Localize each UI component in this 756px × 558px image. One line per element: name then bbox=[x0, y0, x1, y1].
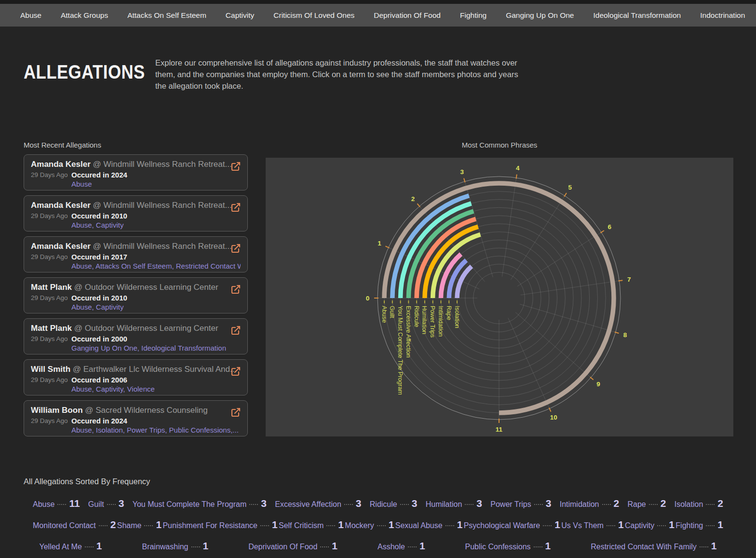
allegation-terms-link[interactable]: Abuse, Isolation, Power Trips, Public Co… bbox=[71, 426, 241, 434]
frequency-term[interactable]: Guilt bbox=[88, 500, 104, 509]
frequency-term[interactable]: Public Confessions bbox=[465, 543, 531, 551]
allegation-terms-link[interactable]: Abuse bbox=[71, 180, 241, 188]
allegation-terms-link[interactable]: Ganging Up On One, Ideological Transform… bbox=[71, 344, 241, 352]
nav-item-indoctrination[interactable]: Indoctrination bbox=[700, 11, 745, 20]
allegation-card: William Boon @ Sacred Wilderness Counsel… bbox=[24, 400, 248, 436]
nav-item-attacks-on-self-esteem[interactable]: Attacks On Self Esteem bbox=[127, 11, 206, 20]
angular-tick-label-8: 8 bbox=[623, 331, 627, 339]
frequency-term[interactable]: Asshole bbox=[378, 543, 405, 551]
external-link-icon[interactable] bbox=[230, 366, 242, 377]
frequency-item-psychological-warfare[interactable]: Psychological Warfare1 bbox=[464, 519, 560, 531]
frequency-term[interactable]: Mockery bbox=[345, 521, 374, 530]
frequency-item-mockery[interactable]: Mockery1 bbox=[345, 519, 394, 531]
frequency-item-self-criticism[interactable]: Self Criticism1 bbox=[279, 519, 344, 531]
category-label-power-trips[interactable]: Power Trips bbox=[429, 306, 436, 338]
category-label-excessive-affection[interactable]: Excessive Affection bbox=[405, 306, 412, 358]
frequency-term[interactable]: Excessive Affection bbox=[275, 500, 341, 509]
frequency-term[interactable]: Restricted Contact With Family bbox=[591, 543, 697, 551]
frequency-item-isolation[interactable]: Isolation2 bbox=[675, 498, 723, 509]
frequency-term[interactable]: Monitored Contact bbox=[33, 521, 96, 530]
category-label-rape[interactable]: Rape bbox=[446, 306, 452, 320]
frequency-term[interactable]: Rape bbox=[627, 500, 646, 509]
frequency-term[interactable]: Deprivation Of Food bbox=[248, 543, 317, 551]
frequency-item-deprivation-of-food[interactable]: Deprivation Of Food1 bbox=[248, 540, 338, 552]
nav-item-criticism-of-loved-ones[interactable]: Criticism Of Loved Ones bbox=[273, 11, 354, 20]
dotted-leader bbox=[107, 504, 116, 505]
frequency-item-ridicule[interactable]: Ridicule3 bbox=[370, 498, 418, 509]
frequency-item-yelled-at-me[interactable]: Yelled At Me1 bbox=[39, 540, 102, 552]
grid-spoke bbox=[511, 196, 565, 280]
frequency-item-asshole[interactable]: Asshole1 bbox=[378, 540, 425, 552]
frequency-item-guilt[interactable]: Guilt3 bbox=[88, 498, 124, 509]
frequency-term[interactable]: Self Criticism bbox=[279, 521, 324, 530]
frequency-item-you-must-complete-the-program[interactable]: You Must Complete The Program3 bbox=[133, 498, 267, 509]
category-label-you-must-complete-the-program[interactable]: You Must Complete The Program bbox=[397, 306, 404, 395]
frequency-item-us-vs-them[interactable]: Us Vs Them1 bbox=[561, 519, 623, 531]
allegation-terms-link[interactable]: Abuse, Attacks On Self Esteem, Restricte… bbox=[71, 262, 241, 270]
nav-item-fighting[interactable]: Fighting bbox=[460, 11, 486, 20]
frequency-term[interactable]: You Must Complete The Program bbox=[133, 500, 247, 509]
frequency-term[interactable]: Psychological Warfare bbox=[464, 521, 540, 530]
grid-spoke bbox=[515, 312, 591, 378]
nav-item-attack-groups[interactable]: Attack Groups bbox=[61, 11, 108, 20]
frequency-item-rape[interactable]: Rape2 bbox=[627, 498, 666, 509]
frequency-term[interactable]: Intimidation bbox=[560, 500, 599, 509]
frequency-term[interactable]: Sexual Abuse bbox=[395, 521, 443, 530]
category-label-humilation[interactable]: Humilation bbox=[421, 306, 428, 334]
frequency-item-public-confessions[interactable]: Public Confessions1 bbox=[465, 540, 551, 552]
frequency-item-shame[interactable]: Shame1 bbox=[117, 519, 162, 531]
top-nav: AbuseAttack GroupsAttacks On Self Esteem… bbox=[0, 4, 756, 27]
frequency-term[interactable]: Captivity bbox=[625, 521, 654, 530]
occurred-year-label: Occured in 2006 bbox=[71, 376, 241, 384]
frequency-item-sexual-abuse[interactable]: Sexual Abuse1 bbox=[395, 519, 463, 531]
category-label-abuse[interactable]: Abuse bbox=[381, 306, 388, 323]
allegation-card: Matt Plank @ Outdoor Wilderness Learning… bbox=[24, 277, 248, 313]
card-title-line: Amanda Kesler @ Windmill Wellness Ranch … bbox=[31, 242, 241, 251]
frequency-term[interactable]: Humilation bbox=[426, 500, 462, 509]
frequency-term[interactable]: Yelled At Me bbox=[39, 543, 81, 551]
frequency-term[interactable]: Shame bbox=[117, 521, 142, 530]
frequency-term[interactable]: Isolation bbox=[675, 500, 703, 509]
frequency-item-intimidation[interactable]: Intimidation2 bbox=[560, 498, 620, 509]
allegation-terms-link[interactable]: Abuse, Captivity bbox=[71, 303, 241, 311]
nav-item-captivity[interactable]: Captivity bbox=[226, 11, 254, 20]
allegation-terms-link[interactable]: Abuse, Captivity, Violence bbox=[71, 385, 241, 393]
external-link-icon[interactable] bbox=[230, 161, 242, 172]
card-title-line: William Boon @ Sacred Wilderness Counsel… bbox=[31, 406, 241, 415]
frequency-item-abuse[interactable]: Abuse11 bbox=[33, 498, 80, 509]
external-link-icon[interactable] bbox=[230, 243, 242, 254]
external-link-icon[interactable] bbox=[230, 325, 242, 336]
card-title-line: Amanda Kesler @ Windmill Wellness Ranch … bbox=[31, 160, 241, 169]
category-label-intimidation[interactable]: Intimidation bbox=[437, 306, 444, 337]
frequency-term[interactable]: Us Vs Them bbox=[561, 521, 604, 530]
frequency-count: 3 bbox=[261, 498, 267, 509]
frequency-term[interactable]: Abuse bbox=[33, 500, 54, 509]
frequency-term[interactable]: Power Trips bbox=[490, 500, 531, 509]
frequency-item-captivity[interactable]: Captivity1 bbox=[625, 519, 675, 531]
category-label-guilt[interactable]: Guilt bbox=[389, 306, 395, 318]
frequency-term[interactable]: Brainwashing bbox=[142, 543, 188, 551]
frequency-term[interactable]: Punishment For Resistance bbox=[162, 521, 257, 530]
category-label-isolation[interactable]: Isolation bbox=[454, 306, 460, 328]
frequency-item-fighting[interactable]: Fighting1 bbox=[675, 519, 723, 531]
frequency-item-brainwashing[interactable]: Brainwashing1 bbox=[142, 540, 208, 552]
nav-item-deprivation-of-food[interactable]: Deprivation Of Food bbox=[374, 11, 441, 20]
frequency-item-monitored-contact[interactable]: Monitored Contact2 bbox=[33, 519, 116, 531]
frequency-item-excessive-affection[interactable]: Excessive Affection3 bbox=[275, 498, 361, 509]
category-label-ridicule[interactable]: Ridicule bbox=[413, 306, 420, 327]
nav-item-abuse[interactable]: Abuse bbox=[20, 11, 41, 20]
frequency-count: 1 bbox=[203, 540, 209, 552]
frequency-term[interactable]: Ridicule bbox=[370, 500, 397, 509]
frequency-item-punishment-for-resistance[interactable]: Punishment For Resistance1 bbox=[162, 519, 277, 531]
frequency-item-power-trips[interactable]: Power Trips3 bbox=[490, 498, 551, 509]
nav-item-ganging-up-on-one[interactable]: Ganging Up On One bbox=[506, 11, 574, 20]
frequency-item-humilation[interactable]: Humilation3 bbox=[426, 498, 482, 509]
frequency-item-restricted-contact-with-family[interactable]: Restricted Contact With Family1 bbox=[591, 540, 716, 552]
external-link-icon[interactable] bbox=[230, 284, 242, 295]
external-link-icon[interactable] bbox=[230, 202, 242, 213]
frequency-term[interactable]: Fighting bbox=[675, 521, 703, 530]
allegation-terms-link[interactable]: Abuse, Captivity bbox=[71, 221, 241, 229]
frequency-count: 1 bbox=[389, 519, 394, 531]
nav-item-ideological-transformation[interactable]: Ideological Transformation bbox=[593, 11, 681, 20]
external-link-icon[interactable] bbox=[230, 407, 242, 418]
